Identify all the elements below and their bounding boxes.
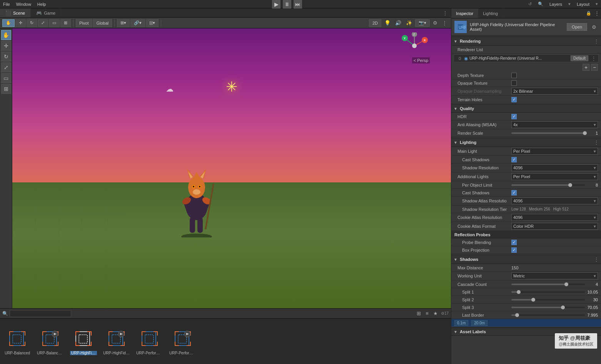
shadows-menu-btn[interactable]: ⋮ — [594, 257, 599, 262]
rotate-tool-left[interactable]: ↻ — [1, 52, 11, 62]
lighting-menu-btn[interactable]: ⋮ — [594, 140, 599, 145]
terrain-holes-checkbox[interactable] — [511, 97, 517, 102]
menu-bar: File Window Help ▶ ⏸ ⏭ ↺ 🔍 Layers ▾ Layo… — [0, 0, 601, 8]
audio-btn[interactable]: 🔊 — [394, 19, 403, 27]
transform-tool[interactable]: ⊞ — [60, 19, 71, 27]
box-projection-checkbox[interactable] — [511, 247, 517, 253]
msaa-dropdown[interactable]: 4x — [511, 121, 598, 128]
menu-file[interactable]: File — [3, 2, 10, 7]
tier-high: High 512 — [553, 207, 569, 211]
cast-shadows-add-checkbox[interactable] — [511, 190, 517, 195]
light-btn[interactable]: 💡 — [383, 19, 392, 27]
asset-view-btn2[interactable]: ≡ — [424, 310, 430, 317]
inspector-lock-btn[interactable]: 🔒 — [584, 10, 593, 17]
scene-view-btn[interactable]: 📷▾ — [415, 19, 430, 27]
open-asset-button[interactable]: Open — [567, 23, 587, 31]
rendering-menu-btn[interactable]: ⋮ — [594, 38, 599, 44]
render-scale-slider[interactable] — [511, 132, 585, 134]
tab-game[interactable]: 🎮 Game — [31, 8, 61, 17]
hand-tool[interactable]: ✋ — [2, 19, 15, 27]
inspector-more-btn[interactable]: ⋮ — [593, 10, 601, 17]
cascade-count-slider[interactable] — [511, 284, 585, 285]
scale-tool-left[interactable]: ⤢ — [1, 62, 11, 72]
asset-item-urp-balanced[interactable]: URP-Balanced — [4, 328, 31, 355]
opaque-texture-checkbox[interactable] — [511, 80, 517, 86]
cookie-atlas-dropdown[interactable]: 4096 — [511, 214, 598, 221]
global-btn[interactable]: Global — [93, 19, 112, 27]
pivot-btn[interactable]: Pivot — [76, 19, 92, 27]
search-icon[interactable]: 🔍 — [538, 2, 543, 7]
gizmos-btn[interactable]: ⚙ — [431, 19, 439, 27]
probe-blending-checkbox[interactable] — [511, 240, 517, 245]
terrain-holes-row: Terrain Holes — [451, 96, 601, 104]
scale-tool[interactable]: ⤢ — [38, 19, 48, 27]
asset-item-urp-highfidelity----[interactable]: URP-HighFidelity-... — [103, 328, 130, 355]
move-tool[interactable]: ✛ — [15, 19, 26, 27]
renderer-menu-btn[interactable]: ⋮ — [591, 56, 596, 61]
watermark-sub: @稀土掘金技术社区 — [559, 342, 593, 347]
more-btn[interactable]: ⋮ — [441, 19, 449, 27]
renderer-icon: ◉ — [464, 56, 468, 61]
split1-slider[interactable] — [511, 291, 585, 293]
working-unit-dropdown[interactable]: Metric — [511, 272, 598, 279]
cookie-format-dropdown[interactable]: Color HDR — [511, 223, 598, 230]
split3-slider[interactable] — [511, 307, 585, 308]
scene-gizmo[interactable]: X Y Z — [401, 32, 428, 59]
per-object-limit-slider[interactable] — [511, 184, 585, 186]
layout-btn[interactable]: Layout — [577, 2, 589, 7]
rendering-section-header[interactable]: ▼ Rendering ⋮ — [451, 37, 601, 46]
asset-favorite-btn[interactable]: ★ — [432, 310, 439, 317]
asset-item-urp-performant----[interactable]: URP-Performant-... — [169, 328, 196, 355]
additional-lights-dropdown[interactable]: Per Pixel — [511, 173, 598, 180]
main-light-dropdown[interactable]: Per Pixel — [511, 148, 598, 155]
grid-btn[interactable]: ⊞▾ — [117, 19, 130, 27]
layers-btn[interactable]: Layers — [549, 2, 562, 7]
asset-search-input[interactable] — [10, 310, 71, 317]
effects-btn[interactable]: ✨ — [404, 19, 414, 27]
split2-slider[interactable] — [511, 299, 585, 301]
pause-button[interactable]: ⏸ — [283, 0, 291, 8]
renderer-add-btn[interactable]: + — [583, 64, 589, 71]
asset-item-urp-highfidelity[interactable]: URP-HighFidelity — [70, 328, 97, 355]
layers-dropdown[interactable]: ▾ — [568, 2, 571, 7]
transform-tool-left[interactable]: ⊞ — [1, 84, 11, 94]
renderer-default-btn[interactable]: Default — [571, 55, 588, 61]
select-tool[interactable]: ✋ — [1, 30, 11, 40]
renderer-remove-btn[interactable]: − — [591, 64, 598, 71]
menu-window[interactable]: Window — [16, 2, 31, 7]
rotate-tool[interactable]: ↻ — [27, 19, 37, 27]
rect-tool-left[interactable]: ▭ — [1, 73, 11, 83]
play-button[interactable]: ▶ — [272, 0, 280, 8]
shadows-section-header[interactable]: ▼ Shadows ⋮ — [451, 255, 601, 264]
tab-scene[interactable]: ⬛ Scene — [0, 8, 31, 17]
step-button[interactable]: ⏭ — [294, 0, 302, 8]
last-border-slider[interactable] — [511, 314, 585, 316]
2d-btn[interactable]: 2D — [369, 19, 381, 27]
shadow-resolution-dropdown[interactable]: 4096 — [511, 164, 598, 171]
cast-shadows-main-checkbox[interactable] — [511, 157, 517, 162]
hdr-checkbox[interactable] — [511, 114, 517, 119]
tab-inspector[interactable]: Inspector — [451, 8, 478, 18]
rect-tool[interactable]: ▭ — [49, 19, 60, 27]
asset-settings-btn[interactable]: ⚙ — [590, 23, 598, 31]
asset-item-urp-performant[interactable]: URP-Performant — [136, 328, 163, 355]
move-tool-left[interactable]: ✛ — [1, 41, 11, 51]
snap-btn[interactable]: 🔗▾ — [130, 19, 145, 27]
revert-icon[interactable]: ↺ — [528, 2, 532, 7]
svg-text:X: X — [424, 38, 426, 42]
layout-dropdown[interactable]: ▾ — [596, 2, 598, 7]
opaque-downsampling-dropdown[interactable]: 2x Bilinear — [511, 88, 598, 95]
shadow-atlas-dropdown[interactable]: 4096 — [511, 197, 598, 204]
asset-label-5: URP-Performant-... — [169, 351, 196, 355]
asset-view-btn1[interactable]: ⊞ — [415, 310, 422, 317]
shadows-title: Shadows — [460, 257, 594, 262]
menu-help[interactable]: Help — [37, 2, 46, 7]
quality-section-header[interactable]: ▼ Quality — [451, 104, 601, 113]
snap2-btn[interactable]: |||▾ — [146, 19, 159, 27]
tab-menu[interactable]: ⋮ — [439, 10, 451, 16]
asset-item-urp-balanced-r---[interactable]: URP-Balanced-R... — [37, 328, 64, 355]
viewport[interactable]: ✳ ☁ — [12, 28, 451, 308]
tab-lighting[interactable]: Lighting — [478, 8, 503, 18]
lighting-section-header[interactable]: ▼ Lighting ⋮ — [451, 138, 601, 147]
depth-texture-checkbox[interactable] — [511, 73, 517, 78]
